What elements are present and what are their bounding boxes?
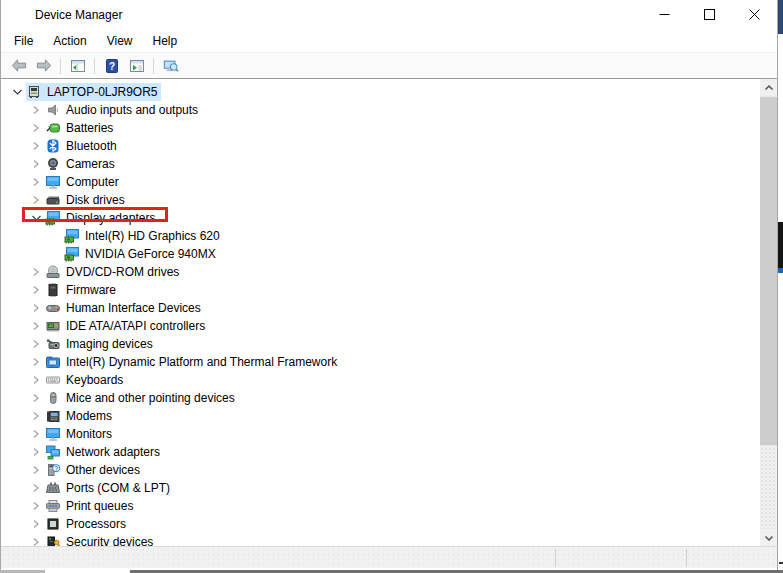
tree-item-intel-r-dynamic-platform-and-thermal-framework[interactable]: Intel(R) Dynamic Platform and Thermal Fr…	[1, 353, 760, 371]
chevron-right-icon[interactable]	[26, 191, 45, 209]
tree-item-content[interactable]: Intel(R) Dynamic Platform and Thermal Fr…	[45, 353, 340, 371]
menu-item-help[interactable]: Help	[143, 31, 188, 51]
chevron-right-icon[interactable]	[26, 119, 45, 137]
chevron-right-icon[interactable]	[26, 479, 45, 497]
back-button[interactable]	[7, 55, 30, 77]
tree-item-content[interactable]: Keyboards	[45, 371, 126, 389]
chevron-right-icon[interactable]	[26, 155, 45, 173]
tree-item-human-interface-devices[interactable]: Human Interface Devices	[1, 299, 760, 317]
tree-item-imaging-devices[interactable]: Imaging devices	[1, 335, 760, 353]
close-button[interactable]	[732, 0, 777, 29]
tree-item-batteries[interactable]: Batteries	[1, 119, 760, 137]
tree-item-content[interactable]: Mice and other pointing devices	[45, 389, 238, 407]
menu-item-action[interactable]: Action	[43, 31, 96, 51]
display-adapter-icon	[45, 210, 61, 226]
chevron-down-icon[interactable]	[26, 209, 45, 227]
tree-item-network-adapters[interactable]: Network adapters	[1, 443, 760, 461]
tree-item-computer[interactable]: Computer	[1, 173, 760, 191]
tree-item-cameras[interactable]: Cameras	[1, 155, 760, 173]
chevron-right-icon[interactable]	[26, 425, 45, 443]
tree-item-content[interactable]: Monitors	[45, 425, 115, 443]
tree-item-content[interactable]: Cameras	[45, 155, 118, 173]
scan-hardware-changes-button[interactable]	[159, 55, 182, 77]
tree-item-laptop-0ljr9or5[interactable]: LAPTOP-0LJR9OR5	[1, 83, 760, 101]
vertical-scrollbar[interactable]	[760, 79, 777, 546]
tree-item-audio-inputs-and-outputs[interactable]: Audio inputs and outputs	[1, 101, 760, 119]
chevron-right-icon[interactable]	[26, 461, 45, 479]
tree-item-content[interactable]: Processors	[45, 515, 129, 533]
tree-item-content[interactable]: Intel(R) HD Graphics 620	[64, 227, 223, 245]
chevron-down-icon[interactable]	[7, 83, 26, 101]
selected-item-highlight[interactable]: LAPTOP-0LJR9OR5	[26, 83, 161, 101]
chevron-right-icon[interactable]	[26, 299, 45, 317]
tree-item-content[interactable]: Bluetooth	[45, 137, 120, 155]
chevron-right-icon[interactable]	[26, 515, 45, 533]
chevron-right-icon[interactable]	[26, 497, 45, 515]
chevron-right-icon[interactable]	[26, 335, 45, 353]
tree-item-content[interactable]: Security devices	[45, 533, 156, 546]
tree-item-dvd-cd-rom-drives[interactable]: DVD/CD-ROM drives	[1, 263, 760, 281]
menu-item-view[interactable]: View	[97, 31, 143, 51]
chevron-right-icon[interactable]	[26, 533, 45, 546]
scroll-down-button[interactable]	[760, 529, 777, 546]
tree-item-content[interactable]: Firmware	[45, 281, 119, 299]
tree-item-modems[interactable]: Modems	[1, 407, 760, 425]
tree-item-intel-r-hd-graphics-620[interactable]: Intel(R) HD Graphics 620	[1, 227, 760, 245]
chevron-right-icon[interactable]	[26, 389, 45, 407]
tree-item-content[interactable]: Print queues	[45, 497, 136, 515]
forward-button[interactable]	[32, 55, 55, 77]
tree-item-mice-and-other-pointing-devices[interactable]: Mice and other pointing devices	[1, 389, 760, 407]
chevron-right-icon[interactable]	[26, 263, 45, 281]
tree-item-label: Network adapters	[66, 445, 160, 459]
tree-item-security-devices[interactable]: Security devices	[1, 533, 760, 546]
chevron-right-icon[interactable]	[26, 407, 45, 425]
tree-item-content[interactable]: Human Interface Devices	[45, 299, 204, 317]
tree-item-content[interactable]: Disk drives	[45, 191, 128, 209]
tree-item-content[interactable]: Audio inputs and outputs	[45, 101, 201, 119]
tree-item-content[interactable]: NVIDIA GeForce 940MX	[64, 245, 219, 263]
tree-item-print-queues[interactable]: Print queues	[1, 497, 760, 515]
tree-item-firmware[interactable]: Firmware	[1, 281, 760, 299]
help-button[interactable]: ?	[100, 55, 123, 77]
status-bar-pane	[556, 547, 686, 568]
chevron-right-icon[interactable]	[26, 101, 45, 119]
tree-item-other-devices[interactable]: ?Other devices	[1, 461, 760, 479]
tree-item-ide-ata-atapi-controllers[interactable]: IDE ATA/ATAPI controllers	[1, 317, 760, 335]
chevron-right-icon[interactable]	[26, 173, 45, 191]
tree-item-content[interactable]: Modems	[45, 407, 115, 425]
tree-item-display-adapters[interactable]: Display adapters	[1, 209, 760, 227]
tree-item-disk-drives[interactable]: Disk drives	[1, 191, 760, 209]
chevron-right-icon[interactable]	[26, 353, 45, 371]
minimize-button[interactable]	[642, 0, 687, 29]
menu-item-file[interactable]: File	[4, 31, 43, 51]
properties-button[interactable]	[125, 55, 148, 77]
tree-item-content[interactable]: Ports (COM & LPT)	[45, 479, 173, 497]
chevron-right-icon[interactable]	[26, 371, 45, 389]
tree-item-content[interactable]: IDE ATA/ATAPI controllers	[45, 317, 208, 335]
scroll-up-button[interactable]	[760, 79, 777, 96]
chevron-right-icon[interactable]	[26, 317, 45, 335]
chevron-right-icon[interactable]	[26, 443, 45, 461]
tree-item-processors[interactable]: Processors	[1, 515, 760, 533]
tree-item-content[interactable]: ?Other devices	[45, 461, 143, 479]
tree-item-ports-com-lpt[interactable]: Ports (COM & LPT)	[1, 479, 760, 497]
background-window-fragment	[778, 0, 783, 34]
chevron-right-icon[interactable]	[26, 281, 45, 299]
toolbar-separator	[60, 58, 61, 74]
tree-item-content[interactable]: Imaging devices	[45, 335, 156, 353]
mouse-icon	[45, 390, 61, 406]
tree-item-nvidia-geforce-940mx[interactable]: NVIDIA GeForce 940MX	[1, 245, 760, 263]
tree-item-content[interactable]: Batteries	[45, 119, 116, 137]
tree-item-content[interactable]: Computer	[45, 173, 122, 191]
chevron-right-icon[interactable]	[26, 137, 45, 155]
tree-item-bluetooth[interactable]: Bluetooth	[1, 137, 760, 155]
tree-item-label: Mice and other pointing devices	[66, 391, 235, 405]
tree-item-content[interactable]: Network adapters	[45, 443, 163, 461]
scrollbar-thumb[interactable]	[760, 97, 777, 445]
maximize-button[interactable]	[687, 0, 732, 29]
tree-item-keyboards[interactable]: Keyboards	[1, 371, 760, 389]
tree-item-content[interactable]: Display adapters	[45, 209, 158, 227]
show-console-tree-button[interactable]	[66, 55, 89, 77]
tree-item-monitors[interactable]: Monitors	[1, 425, 760, 443]
tree-item-content[interactable]: DVD/CD-ROM drives	[45, 263, 182, 281]
